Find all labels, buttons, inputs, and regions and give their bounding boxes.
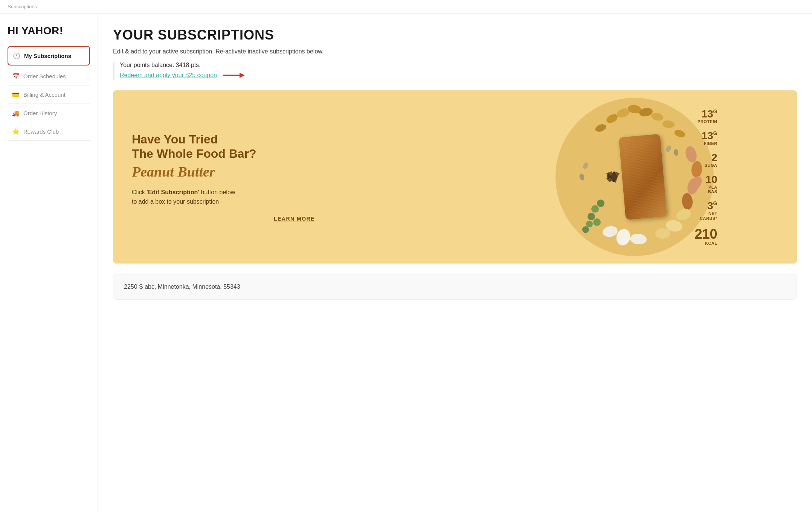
- svg-point-24: [591, 205, 599, 213]
- star-icon: ⭐: [12, 128, 20, 135]
- subscription-address: 2250 S abc, Minnetonka, Minnesota, 55343: [124, 283, 786, 290]
- promo-description-bold: 'Edit Subscription': [147, 189, 199, 195]
- main-content: YOUR SUBSCRIPTIONS Edit & add to your ac…: [98, 14, 812, 512]
- greeting: HI YAHOR!: [8, 25, 90, 37]
- svg-point-22: [593, 218, 601, 226]
- promo-headline: Have You Tried The Whole Food Bar?: [132, 132, 457, 161]
- promo-headline-line1: Have You Tried: [132, 133, 218, 146]
- nutrition-kcal: 210 KCAL: [694, 227, 717, 245]
- nutrition-carbs-value: 3G: [707, 201, 717, 211]
- nutrition-protein-label: PROTEIN: [698, 119, 717, 124]
- promo-text-section: Have You Tried The Whole Food Bar? Peanu…: [113, 90, 472, 264]
- food-collage: 13G PROTEIN 13G FIBER 2 SUGA 10: [548, 90, 721, 264]
- nutrition-protein: 13G PROTEIN: [694, 109, 717, 124]
- promo-subheadline: Peanut Butter: [132, 163, 457, 180]
- redeem-link[interactable]: Redeem and apply your $25 coupon: [120, 72, 217, 79]
- promo-description: Click 'Edit Subscription' button belowto…: [132, 187, 457, 207]
- sidebar-item-order-schedules[interactable]: 📅 Order Schedules: [8, 67, 90, 85]
- arrow-indicator: [223, 71, 246, 80]
- promo-description-prefix: Click: [132, 189, 147, 195]
- nutrition-sugar-label: SUGA: [705, 163, 717, 168]
- nutrition-plant-value: 10: [705, 174, 717, 185]
- protein-bar: [618, 134, 667, 220]
- svg-point-33: [611, 174, 617, 180]
- sidebar-item-rewards-club[interactable]: ⭐ Rewards Club: [8, 122, 90, 141]
- calendar-icon: 📅: [12, 72, 20, 80]
- truck-icon: 🚚: [12, 109, 20, 117]
- points-balance: Your points balance: 3418 pts.: [120, 62, 797, 69]
- nutrition-fiber: 13G FIBER: [694, 131, 717, 146]
- subtitle: Edit & add to your active subscription. …: [113, 48, 797, 55]
- breadcrumb-text: Subscriptions: [8, 4, 37, 9]
- nutrition-kcal-label: KCAL: [705, 241, 717, 245]
- sidebar-item-order-history[interactable]: 🚚 Order History: [8, 104, 90, 122]
- svg-marker-1: [240, 73, 245, 78]
- learn-more-button[interactable]: LEARN MORE: [132, 216, 457, 222]
- nutrition-fiber-value: 13G: [701, 131, 717, 141]
- nutrition-protein-value: 13G: [701, 109, 717, 119]
- clock-icon: 🕐: [13, 52, 20, 59]
- promo-headline-line2: The Whole Food Bar?: [132, 147, 256, 160]
- nutrition-plant: 10 PLABAS: [694, 174, 717, 194]
- sidebar-item-label: Order Schedules: [23, 73, 66, 79]
- sidebar-item-my-subscriptions[interactable]: 🕐 My Subscriptions: [8, 46, 90, 66]
- redeem-link-row: Redeem and apply your $25 coupon: [120, 71, 797, 80]
- sidebar-item-label: Rewards Club: [23, 128, 59, 135]
- sidebar-item-label: Billing & Account: [23, 91, 66, 98]
- svg-point-23: [588, 213, 595, 220]
- nutrition-carbs-label: NETCARBS*: [700, 211, 717, 220]
- sidebar-item-label: Order History: [23, 110, 57, 116]
- breadcrumb: Subscriptions: [0, 0, 812, 14]
- promo-image-section: 13G PROTEIN 13G FIBER 2 SUGA 10: [472, 90, 797, 264]
- page-layout: HI YAHOR! 🕐 My Subscriptions 📅 Order Sch…: [0, 14, 812, 512]
- nutrition-carbs: 3G NETCARBS*: [694, 201, 717, 220]
- sidebar: HI YAHOR! 🕐 My Subscriptions 📅 Order Sch…: [0, 14, 98, 512]
- sidebar-item-label: My Subscriptions: [24, 53, 71, 59]
- svg-point-26: [586, 221, 593, 227]
- nutrition-kcal-value: 210: [694, 227, 717, 241]
- sidebar-item-billing-account[interactable]: 💳 Billing & Account: [8, 85, 90, 104]
- nutrition-panel: 13G PROTEIN 13G FIBER 2 SUGA 10: [694, 109, 717, 245]
- nutrition-plant-label: PLABAS: [708, 185, 717, 194]
- nutrition-fiber-label: FIBER: [704, 141, 717, 146]
- card-icon: 💳: [12, 91, 20, 98]
- svg-point-25: [597, 200, 604, 207]
- nutrition-sugar: 2 SUGA: [694, 152, 717, 168]
- nutrition-sugar-value: 2: [711, 152, 717, 163]
- points-section: Your points balance: 3418 pts. Redeem an…: [113, 62, 797, 80]
- svg-point-27: [582, 226, 589, 233]
- promo-banner: Have You Tried The Whole Food Bar? Peanu…: [113, 90, 797, 264]
- page-title: YOUR SUBSCRIPTIONS: [113, 27, 797, 43]
- subscription-card-preview: 2250 S abc, Minnetonka, Minnesota, 55343: [113, 274, 797, 300]
